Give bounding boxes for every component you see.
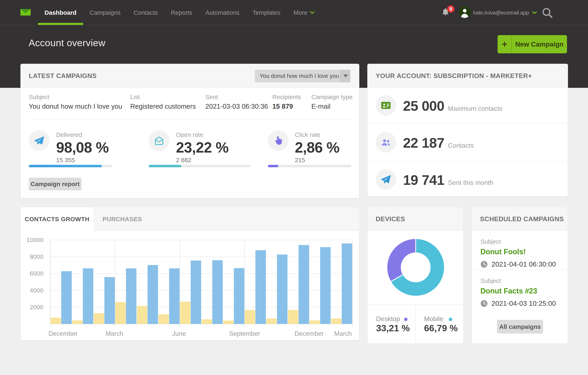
stat-icon-circle [268,130,288,151]
devices-legend-desktop: Desktop 33,21 % [368,305,415,344]
devices-card-header: DEVICES [368,207,463,231]
devices-legend-mobile: Mobile 66,79 % [415,305,464,344]
stat-texts: Open rate 23,22 % 2 682 [176,131,229,164]
scheduled-item-datetime: 2021-04-01 06:30:00 [492,260,556,268]
account-icon-circle [376,95,396,116]
campaign-field-campaign-type: Campaign type E-mail [311,94,353,110]
svg-text:10000: 10000 [26,236,43,243]
paper-plane-icon [34,135,44,146]
account-row-line: 25 000 Maximum contacts [403,97,503,114]
stat-value: 23,22 % [176,140,229,155]
stat-texts: Click rate 2,86 % 215 [295,131,339,164]
tab-label: PURCHASES [103,216,142,223]
stat-label: Open rate [176,131,229,138]
field-label: Campaign type [311,94,353,100]
campaign-field-sent: Sent 2021-03-03 06:30:36 [205,94,268,110]
scheduled-item: Subject Donut Fools! 2021-04-01 06:30:00 [480,238,562,268]
stat-texts: Delivered 98,08 % 15 355 [56,131,109,164]
campaign-select-dropdown[interactable]: You donut how much I love you [255,70,350,82]
account-row-line: 19 741 Sent this month [403,171,493,189]
stat-label: Click rate [295,131,339,138]
search-icon[interactable] [541,7,553,18]
devices-card: DEVICES Desktop 33,21 % Mobile 66,79 % [367,207,463,344]
plus-icon: + [498,35,512,53]
stat-progress-fill [268,165,278,167]
legend-value: 33,21 % [376,323,410,333]
account-email[interactable]: kate.irova@ecomail.app [473,0,537,25]
account-label: Contacts [448,142,474,149]
growth-tabs: CONTACTS GROWTHPURCHASES [21,207,359,231]
scheduled-item-subject[interactable]: Donut Facts #23 [480,287,562,295]
avatar[interactable] [459,6,471,18]
account-value: 19 741 [403,171,444,189]
latest-campaigns-header: LATEST CAMPAIGNS You donut how much I lo… [21,64,359,88]
scheduled-item: Subject Donut Facts #23 2021-04-03 10:25… [480,277,562,307]
svg-text:8000: 8000 [30,253,43,260]
devices-donut-chart [368,231,464,305]
devices-card-title: DEVICES [376,207,405,231]
account-row-contacts: 22 187 Contacts [368,123,568,161]
svg-text:March: March [105,330,123,337]
legend-label: Desktop [376,315,400,323]
legend-value: 66,79 % [424,323,458,333]
new-campaign-button[interactable]: + New Campaign [498,35,567,53]
stat-value: 98,08 % [56,140,109,155]
field-label: Subject [29,94,122,100]
field-value: Registered customers [130,103,196,110]
svg-text:December: December [48,330,78,337]
legend-dot [449,318,452,321]
scheduled-item-time: 2021-04-01 06:30:00 [480,260,562,268]
stat-icon-circle [149,130,169,151]
devices-legend: Desktop 33,21 % Mobile 66,79 % [368,305,464,344]
svg-text:December: December [295,330,324,337]
stat-progress-track [268,165,351,167]
divider [29,119,351,120]
account-value: 22 187 [403,134,444,151]
chevron-down-icon [532,11,537,14]
hand-pointer-icon [273,135,284,146]
scheduled-item-label: Subject [480,277,562,284]
scheduled-item-time: 2021-04-03 10:25:00 [480,300,562,307]
stat-sub-value: 15 355 [56,157,109,164]
tab-purchases[interactable]: PURCHASES [94,207,151,231]
field-value: E-mail [311,103,353,110]
paper-plane-icon [381,174,391,185]
tab-contacts-growth[interactable]: CONTACTS GROWTH [21,207,94,231]
address-card-icon [381,100,391,111]
caret-down-icon [343,75,348,77]
campaign-field-subject: Subject You donut how much I love you [29,94,122,110]
account-icon-circle [376,169,396,190]
campaign-report-button[interactable]: Campaign report [29,178,82,190]
scheduled-card-title: SCHEDULED CAMPAIGNS [480,207,564,231]
account-card: YOUR ACCOUNT: SUBSCRIPTION - MARKETER+ 2… [367,64,568,197]
account-label: Maximum contacts [448,105,503,112]
scheduled-card-header: SCHEDULED CAMPAIGNS [472,207,568,231]
account-email-text: kate.irova@ecomail.app [473,10,529,16]
account-card-header: YOUR ACCOUNT: SUBSCRIPTION - MARKETER+ [368,64,568,88]
divider [472,270,568,270]
svg-text:6000: 6000 [30,270,43,277]
notifications-badge: 9 [447,5,454,13]
svg-text:March: March [334,330,352,337]
latest-campaigns-card: LATEST CAMPAIGNS You donut how much I lo… [21,64,359,198]
account-card-title: YOUR ACCOUNT: SUBSCRIPTION - MARKETER+ [376,64,532,88]
scheduled-item-subject[interactable]: Donut Fools! [480,247,562,256]
stat-progress-fill [149,165,181,167]
account-label: Sent this month [448,179,493,186]
legend-dot [404,318,408,321]
stat-icon-circle [29,130,49,151]
svg-text:2000: 2000 [30,304,43,311]
clock-icon-wrap [480,261,488,268]
contacts-growth-card: CONTACTS GROWTHPURCHASES 200040006000800… [21,207,359,340]
svg-text:4000: 4000 [30,287,43,294]
nav-right: 9 kate.irova@ecomail.app [0,0,588,25]
stat-progress-track [149,165,250,167]
scheduled-item-label: Subject [480,238,562,245]
clock-icon [480,261,488,268]
account-icon-circle [376,132,396,153]
svg-text:June: June [172,330,186,337]
all-campaigns-button[interactable]: All campaigns [497,320,543,333]
field-value: 15 879 [272,103,301,110]
stat-sub-value: 215 [295,157,339,164]
account-row-line: 22 187 Contacts [403,134,474,151]
